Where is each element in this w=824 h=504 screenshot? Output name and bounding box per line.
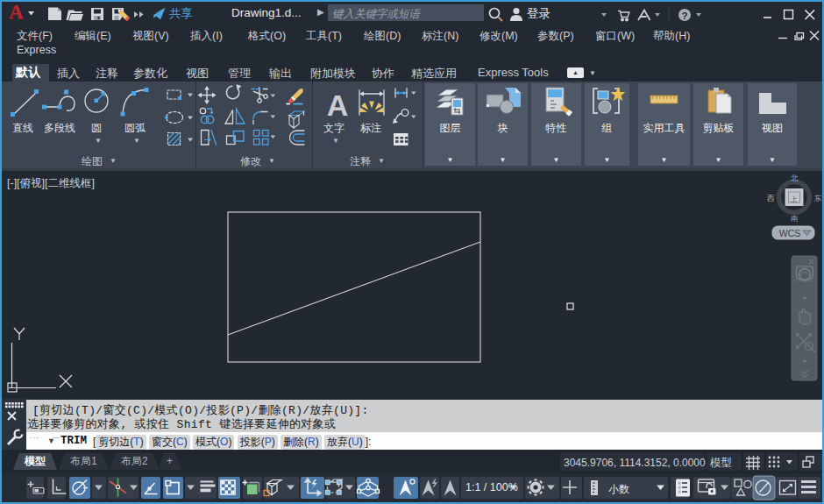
- svg-text:A: A: [327, 89, 349, 122]
- svg-text:南: 南: [791, 214, 799, 223]
- svg-text:WCS: WCS: [779, 228, 801, 238]
- svg-text:东: 东: [814, 194, 822, 202]
- svg-text:北: 北: [791, 174, 799, 182]
- svg-text:?: ?: [681, 11, 687, 21]
- svg-text:西: 西: [767, 194, 775, 202]
- svg-text:上: 上: [790, 195, 798, 203]
